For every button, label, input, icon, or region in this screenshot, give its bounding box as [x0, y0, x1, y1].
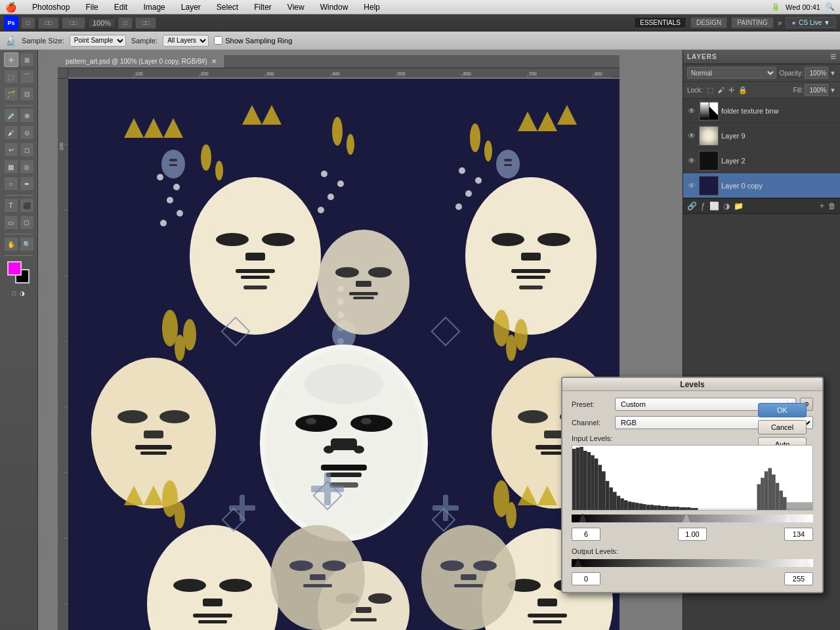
workspace-more[interactable]: » [778, 18, 782, 28]
white-output-handle[interactable] [803, 558, 810, 567]
tool-crop[interactable]: ⊡ [20, 87, 34, 101]
mac-menubar: 🍎 Photoshop File Edit Image Layer Select… [0, 0, 840, 14]
lock-all-icon[interactable]: 🔒 [738, 86, 747, 94]
sample-layers-select[interactable]: All Layers [163, 35, 209, 47]
tool-quick-select[interactable]: 🪄 [4, 87, 18, 101]
layer-folder-icon[interactable]: 📁 [734, 201, 744, 211]
fill-arrow[interactable]: ▼ [830, 87, 836, 94]
new-document-button[interactable]: □ [21, 17, 35, 29]
tool-brush[interactable]: 🖌 [4, 125, 18, 140]
black-input-handle[interactable] [579, 513, 587, 522]
layer-item-folder[interactable]: 👁 folder texture bnw [683, 98, 840, 123]
output-white-value[interactable]: 255 [784, 572, 813, 585]
tool-artboard[interactable]: ⊞ [20, 52, 34, 67]
tool-eraser[interactable]: ◻ [20, 142, 34, 157]
opacity-input[interactable] [805, 67, 828, 79]
open-button[interactable]: □□ [38, 17, 59, 29]
layer-thumb-3 [699, 151, 719, 171]
layer-style-icon[interactable]: ƒ [701, 201, 705, 211]
input-black-value[interactable]: 6 [572, 528, 600, 541]
opacity-arrow[interactable]: ▼ [830, 70, 836, 77]
tool-eyedropper[interactable]: 💉 [4, 108, 18, 123]
svg-rect-108 [144, 430, 163, 438]
menu-edit[interactable]: Edit [112, 1, 131, 13]
tool-dodge[interactable]: ○ [4, 177, 18, 191]
layer-visibility-1[interactable]: 👁 [687, 106, 696, 116]
tool-shape[interactable]: ▭ [4, 215, 18, 230]
standard-mode[interactable]: □ [12, 290, 16, 297]
levels-cancel-button[interactable]: Cancel [758, 420, 807, 434]
menu-photoshop[interactable]: Photoshop [30, 1, 72, 13]
svg-rect-197 [661, 506, 665, 510]
layer-adjustment-icon[interactable]: ◑ [723, 201, 730, 211]
input-white-value[interactable]: 134 [784, 528, 813, 541]
tools-button[interactable]: □□ [135, 17, 156, 29]
lock-image-icon[interactable]: 🖌 [717, 86, 724, 94]
menu-window[interactable]: Window [318, 1, 351, 13]
tool-lasso[interactable]: ⌒ [20, 70, 34, 84]
layer-visibility-2[interactable]: 👁 [687, 131, 696, 140]
bridge-button[interactable]: □□ [62, 17, 85, 29]
tool-3d[interactable]: ⬡ [20, 215, 34, 230]
tool-heal[interactable]: ⊕ [20, 108, 34, 123]
cs-live-button[interactable]: ● CS Live ▼ [786, 17, 836, 28]
show-sampling-ring-label[interactable]: Show Sampling Ring [214, 36, 292, 45]
menu-filter[interactable]: Filter [251, 1, 274, 13]
tool-marquee[interactable]: ⬚ [4, 70, 18, 84]
layer-mask-icon[interactable]: ⬜ [709, 201, 719, 211]
menu-image[interactable]: Image [140, 1, 167, 13]
black-output-handle[interactable] [574, 558, 582, 567]
menu-file[interactable]: File [83, 1, 100, 13]
workspace-painting[interactable]: PAINTING [731, 17, 773, 28]
layer-visibility-3[interactable]: 👁 [687, 156, 696, 165]
quick-mask-mode[interactable]: ◑ [20, 290, 25, 297]
layer-item-2[interactable]: 👁 Layer 2 [683, 148, 840, 173]
menu-help[interactable]: Help [361, 1, 383, 13]
tool-hand[interactable]: ✋ [4, 237, 18, 251]
menu-view[interactable]: View [285, 1, 307, 13]
sample-size-select[interactable]: Point Sample [70, 35, 126, 47]
tool-stamp[interactable]: ⊙ [20, 125, 34, 140]
layer-item-0copy[interactable]: 👁 Layer 0 copy [683, 173, 840, 198]
levels-ok-button[interactable]: OK [758, 403, 807, 417]
tool-history-brush[interactable]: ↩ [4, 142, 18, 157]
white-input-handle[interactable] [784, 513, 792, 522]
tool-zoom[interactable]: 🔍 [20, 237, 34, 251]
fill-input[interactable] [805, 84, 828, 96]
tool-blur[interactable]: ◎ [20, 159, 34, 174]
tool-pen[interactable]: ✒ [20, 177, 34, 191]
output-black-value[interactable]: 0 [572, 572, 600, 585]
document-tab-active[interactable]: pattern_art.psd @ 100% (Layer 0 copy, RG… [58, 55, 225, 68]
layer-delete-icon[interactable]: 🗑 [828, 201, 836, 211]
tool-move[interactable]: ✛ [4, 52, 18, 67]
document-close[interactable]: ✕ [211, 58, 217, 65]
tool-type[interactable]: T [4, 198, 18, 213]
menu-layer[interactable]: Layer [178, 1, 203, 13]
blend-mode-select[interactable]: Normal [687, 67, 776, 79]
artwork-canvas[interactable] [68, 79, 620, 630]
mid-input-handle[interactable] [682, 513, 690, 522]
input-mid-value[interactable]: 1.00 [678, 528, 707, 541]
lock-transparent-icon[interactable]: ⬚ [707, 86, 713, 94]
search-icon[interactable]: 🔍 [826, 3, 835, 11]
layer-visibility-4[interactable]: 👁 [687, 181, 696, 190]
tool-path-select[interactable]: ⬛ [20, 198, 34, 213]
apple-menu[interactable]: 🍎 [5, 2, 16, 12]
arrange-button[interactable]: □ [118, 17, 133, 29]
tool-gradient[interactable]: ▦ [4, 159, 18, 174]
svg-text:300: 300 [266, 72, 274, 76]
workspace-design[interactable]: DESIGN [690, 17, 727, 28]
show-sampling-ring-checkbox[interactable] [214, 36, 222, 45]
svg-point-80 [492, 233, 524, 246]
layer-new-icon[interactable]: + [820, 201, 824, 211]
menu-select[interactable]: Select [214, 1, 241, 13]
layer-link-icon[interactable]: 🔗 [687, 201, 697, 211]
layer-thumb-4 [699, 176, 719, 196]
workspace-essentials[interactable]: ESSENTIALS [634, 17, 686, 28]
svg-rect-182 [606, 481, 610, 510]
layer-item-9[interactable]: 👁 Layer 9 [683, 123, 840, 148]
foreground-color[interactable] [7, 261, 22, 276]
lock-position-icon[interactable]: ✛ [728, 86, 734, 94]
layers-panel-menu[interactable]: ☰ [830, 53, 836, 60]
cs-live-icon: ● [791, 19, 795, 26]
